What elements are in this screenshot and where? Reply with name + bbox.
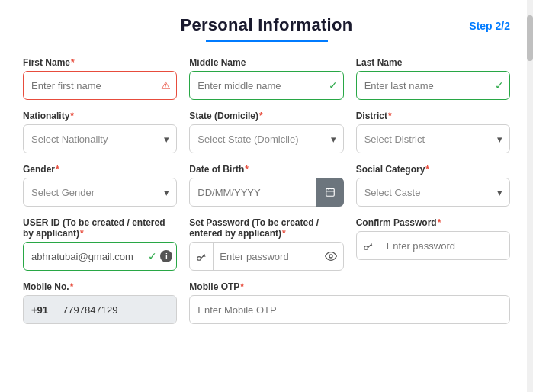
title-underline: [206, 40, 328, 42]
scrollbar-track[interactable]: [527, 0, 533, 392]
page-title: Personal Information: [23, 15, 510, 35]
social-category-group: Social Category* Select Caste: [356, 164, 510, 207]
key-icon: [190, 243, 214, 270]
gender-select-wrapper: Select Gender: [23, 178, 177, 207]
user-id-wrapper: ✓ i: [23, 242, 177, 271]
state-domicile-label: State (Domicile)*: [189, 111, 343, 121]
page-container: Personal Information Step 2/2 First Name…: [0, 0, 533, 392]
district-label: District*: [356, 111, 510, 121]
mobile-prefix: +91: [24, 296, 56, 323]
user-id-label: USER ID (To be created / entered by appl…: [23, 217, 177, 239]
last-name-label: Last Name: [356, 57, 510, 68]
nationality-select[interactable]: Select Nationality: [23, 124, 177, 153]
show-password-button[interactable]: [319, 250, 343, 262]
dob-group: Date of Birth*: [189, 164, 343, 207]
mobile-otp-input[interactable]: [189, 295, 510, 324]
nationality-select-wrapper: Select Nationality: [23, 124, 177, 153]
dob-wrapper: [189, 178, 343, 207]
svg-rect-0: [326, 188, 334, 196]
state-domicile-select[interactable]: Select State (Domicile): [189, 124, 343, 153]
district-group: District* Select District: [356, 111, 510, 153]
mobile-otp-group: Mobile OTP*: [189, 281, 510, 324]
confirm-password-group: Confirm Password*: [356, 217, 510, 271]
middle-name-wrapper: ✓: [189, 71, 343, 100]
svg-point-5: [329, 255, 332, 258]
scrollbar-thumb[interactable]: [527, 15, 533, 61]
svg-point-6: [364, 246, 368, 250]
last-name-group: Last Name ✓: [356, 57, 510, 100]
user-id-group: USER ID (To be created / entered by appl…: [23, 217, 177, 271]
password-group: Set Password (To be created / entered by…: [189, 217, 343, 271]
password-input[interactable]: [214, 243, 318, 270]
mobile-input[interactable]: [56, 296, 176, 323]
mobile-no-group: Mobile No.* +91: [23, 281, 177, 324]
middle-name-label: Middle Name: [189, 57, 343, 68]
first-name-group: First Name* ⚠: [23, 57, 177, 100]
middle-name-input[interactable]: [189, 71, 343, 100]
last-name-wrapper: ✓: [356, 71, 510, 100]
success-icon: ✓: [329, 79, 338, 92]
last-name-success-icon: ✓: [495, 79, 504, 92]
state-domicile-group: State (Domicile)* Select State (Domicile…: [189, 111, 343, 153]
password-wrapper: [189, 242, 343, 271]
confirm-password-label: Confirm Password*: [356, 217, 510, 228]
social-category-select-wrapper: Select Caste: [356, 178, 510, 207]
first-name-label: First Name*: [23, 57, 177, 68]
state-domicile-select-wrapper: Select State (Domicile): [189, 124, 343, 153]
confirm-password-input[interactable]: [380, 232, 509, 259]
district-select-wrapper: Select District: [356, 124, 510, 153]
step-label: Step 2/2: [469, 20, 510, 32]
header-section: Personal Information Step 2/2: [23, 15, 510, 42]
user-id-icons: ✓ i: [148, 250, 172, 262]
user-id-success-icon: ✓: [148, 250, 157, 262]
gender-select[interactable]: Select Gender: [23, 178, 177, 207]
gender-group: Gender* Select Gender: [23, 164, 177, 207]
calendar-button[interactable]: [316, 178, 344, 207]
nationality-group: Nationality* Select Nationality: [23, 111, 177, 153]
first-name-input[interactable]: [23, 71, 177, 100]
last-name-input[interactable]: [356, 71, 510, 100]
social-category-label: Social Category*: [356, 164, 510, 175]
info-icon[interactable]: i: [160, 250, 172, 262]
mobile-wrapper: +91: [23, 295, 177, 324]
middle-name-group: Middle Name ✓: [189, 57, 343, 100]
mobile-no-label: Mobile No.*: [23, 281, 177, 292]
first-name-wrapper: ⚠: [23, 71, 177, 100]
gender-label: Gender*: [23, 164, 177, 175]
password-label: Set Password (To be created / entered by…: [189, 217, 343, 239]
confirm-key-icon: [357, 232, 380, 259]
nationality-label: Nationality*: [23, 111, 177, 121]
svg-point-4: [197, 257, 201, 261]
mobile-otp-label: Mobile OTP*: [189, 281, 510, 292]
social-category-select[interactable]: Select Caste: [356, 178, 510, 207]
error-icon: ⚠: [161, 79, 171, 92]
confirm-password-wrapper: [356, 231, 510, 260]
dob-label: Date of Birth*: [189, 164, 343, 175]
form-grid: First Name* ⚠ Middle Name ✓ Last Name: [23, 57, 510, 324]
district-select[interactable]: Select District: [356, 124, 510, 153]
